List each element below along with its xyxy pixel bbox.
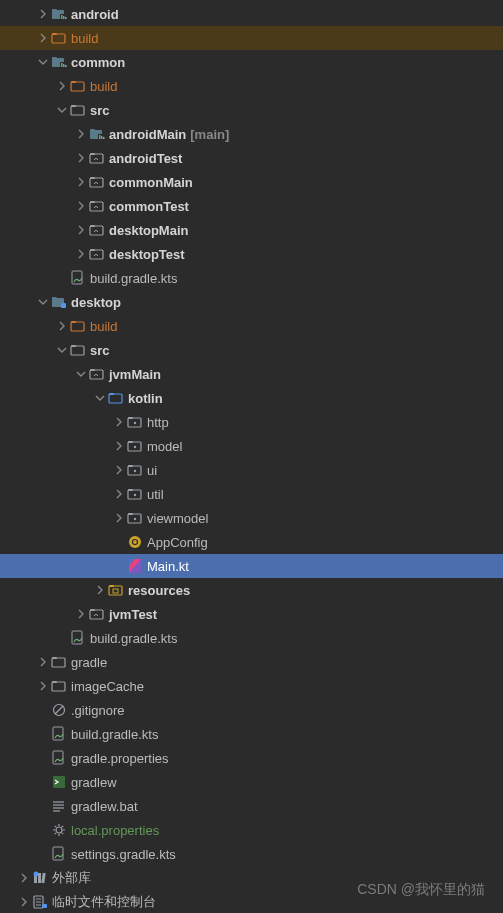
- svg-rect-12: [63, 64, 65, 67]
- text-file-icon: [51, 798, 67, 814]
- chevron-right-icon[interactable]: [111, 414, 127, 430]
- tree-row[interactable]: gradle.properties: [0, 746, 503, 770]
- tree-row[interactable]: jvmMain: [0, 362, 503, 386]
- tree-item-label: AppConfig: [147, 535, 208, 550]
- tree-row[interactable]: commonTest: [0, 194, 503, 218]
- tree-row[interactable]: src: [0, 338, 503, 362]
- tree-item-label: commonMain: [109, 175, 193, 190]
- tree-item-label: build: [90, 79, 117, 94]
- tree-item-label: build.gradle.kts: [71, 727, 158, 742]
- chevron-down-icon[interactable]: [54, 342, 70, 358]
- folder-orange-icon: [51, 30, 67, 46]
- chevron-down-icon[interactable]: [35, 294, 51, 310]
- tree-row[interactable]: model: [0, 434, 503, 458]
- chevron-right-icon[interactable]: [35, 6, 51, 22]
- chevron-right-icon[interactable]: [92, 582, 108, 598]
- tree-row[interactable]: http: [0, 410, 503, 434]
- package-icon: [127, 486, 143, 502]
- chevron-right-icon[interactable]: [54, 318, 70, 334]
- chevron-right-icon[interactable]: [73, 198, 89, 214]
- tree-row[interactable]: build: [0, 26, 503, 50]
- tree-row[interactable]: viewmodel: [0, 506, 503, 530]
- chevron-right-icon[interactable]: [16, 894, 32, 910]
- svg-rect-77: [53, 751, 63, 764]
- tree-row[interactable]: build.gradle.kts: [0, 266, 503, 290]
- chevron-right-icon[interactable]: [35, 30, 51, 46]
- module-folder-icon: [51, 54, 67, 70]
- tree-row[interactable]: build: [0, 314, 503, 338]
- svg-rect-25: [90, 153, 95, 155]
- chevron-right-icon[interactable]: [73, 606, 89, 622]
- chevron-down-icon[interactable]: [73, 366, 89, 382]
- tree-row[interactable]: androidTest: [0, 146, 503, 170]
- tree-row[interactable]: gradlew: [0, 770, 503, 794]
- tree-row[interactable]: settings.gradle.kts: [0, 842, 503, 866]
- tree-row[interactable]: util: [0, 482, 503, 506]
- chevron-right-icon[interactable]: [111, 486, 127, 502]
- chevron-right-icon[interactable]: [111, 438, 127, 454]
- chevron-down-icon[interactable]: [35, 54, 51, 70]
- tree-row[interactable]: android: [0, 2, 503, 26]
- tree-row[interactable]: imageCache: [0, 674, 503, 698]
- tree-row[interactable]: common: [0, 50, 503, 74]
- tree-row[interactable]: desktopMain: [0, 218, 503, 242]
- tree-item-label: desktopTest: [109, 247, 185, 262]
- chevron-right-icon[interactable]: [54, 78, 70, 94]
- tree-row[interactable]: 临时文件和控制台: [0, 890, 503, 913]
- tree-row[interactable]: .gitignore: [0, 698, 503, 722]
- folder-blue-icon: [108, 390, 124, 406]
- svg-rect-31: [90, 225, 95, 227]
- arrow-spacer: [35, 702, 51, 718]
- tree-row[interactable]: build.gradle.kts: [0, 626, 503, 650]
- tree-item-label: .gitignore: [71, 703, 124, 718]
- tree-item-label: 临时文件和控制台: [52, 893, 156, 911]
- tree-item-label: androidMain: [109, 127, 186, 142]
- chevron-right-icon[interactable]: [73, 246, 89, 262]
- svg-rect-68: [90, 609, 95, 611]
- svg-rect-33: [90, 249, 95, 251]
- gitignore-icon: [51, 702, 67, 718]
- package-icon: [127, 438, 143, 454]
- module-folder-icon: [51, 6, 67, 22]
- chevron-down-icon[interactable]: [54, 102, 70, 118]
- chevron-right-icon[interactable]: [111, 462, 127, 478]
- svg-rect-70: [52, 658, 65, 667]
- chevron-right-icon[interactable]: [35, 678, 51, 694]
- svg-rect-17: [71, 105, 76, 107]
- chevron-right-icon[interactable]: [73, 222, 89, 238]
- tree-row[interactable]: gradlew.bat: [0, 794, 503, 818]
- tree-row[interactable]: ui: [0, 458, 503, 482]
- chevron-right-icon[interactable]: [35, 654, 51, 670]
- chevron-right-icon[interactable]: [73, 150, 89, 166]
- folder-outline-icon: [89, 246, 105, 262]
- package-icon: [127, 462, 143, 478]
- tree-row[interactable]: local.properties: [0, 818, 503, 842]
- svg-rect-23: [103, 137, 105, 139]
- tree-row[interactable]: src: [0, 98, 503, 122]
- tree-row[interactable]: build: [0, 74, 503, 98]
- tree-row[interactable]: commonMain: [0, 170, 503, 194]
- tree-row[interactable]: build.gradle.kts: [0, 722, 503, 746]
- tree-row[interactable]: Main.kt: [0, 554, 503, 578]
- tree-row[interactable]: resources: [0, 578, 503, 602]
- tree-row[interactable]: jvmTest: [0, 602, 503, 626]
- tree-row[interactable]: desktop: [0, 290, 503, 314]
- tree-row[interactable]: 外部库: [0, 866, 503, 890]
- chevron-right-icon[interactable]: [111, 510, 127, 526]
- chevron-down-icon[interactable]: [92, 390, 108, 406]
- tree-row[interactable]: kotlin: [0, 386, 503, 410]
- svg-rect-59: [128, 513, 133, 515]
- chevron-right-icon[interactable]: [73, 126, 89, 142]
- chevron-right-icon[interactable]: [16, 870, 32, 886]
- tree-row[interactable]: androidMain[main]: [0, 122, 503, 146]
- folder-outline-icon: [89, 198, 105, 214]
- tree-row[interactable]: OAppConfig: [0, 530, 503, 554]
- svg-rect-15: [71, 81, 76, 83]
- tree-row[interactable]: gradle: [0, 650, 503, 674]
- folder-outline-icon: [89, 606, 105, 622]
- svg-rect-45: [109, 393, 114, 395]
- tree-item-label: commonTest: [109, 199, 189, 214]
- tree-item-label: gradlew.bat: [71, 799, 138, 814]
- tree-row[interactable]: desktopTest: [0, 242, 503, 266]
- chevron-right-icon[interactable]: [73, 174, 89, 190]
